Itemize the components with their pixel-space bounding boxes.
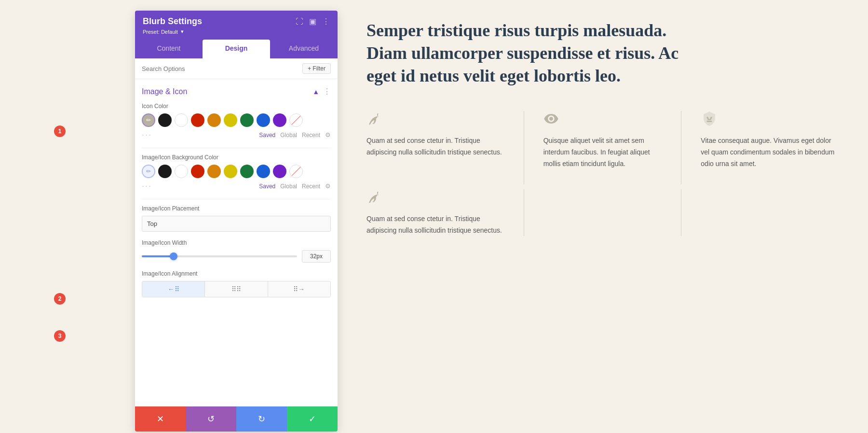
redo-button[interactable]: ↻ <box>236 406 287 432</box>
icon-color-bottom-row: ··· Saved Global Recent ⚙ <box>142 130 331 140</box>
width-slider-track[interactable] <box>142 255 297 257</box>
bg-color-swatch-none[interactable] <box>289 165 303 178</box>
bg-color-swatch-yellow[interactable] <box>224 165 237 178</box>
color-swatch-red[interactable] <box>191 113 204 127</box>
bg-color-labels: Saved Global Recent ⚙ <box>259 182 331 190</box>
bg-recent-label[interactable]: Recent <box>302 183 320 190</box>
content-area: Semper tristique risus turpis malesuada.… <box>338 0 868 255</box>
tab-design[interactable]: Design <box>203 40 270 58</box>
blurb-item-1: Quam at sed conse ctetur in. Tristique a… <box>366 111 524 184</box>
align-right-button[interactable]: ⠿→ <box>268 281 330 297</box>
placement-select[interactable]: Top Bottom Left Right <box>142 216 331 232</box>
search-bar: + Filter <box>135 58 338 79</box>
bg-color-swatch-green[interactable] <box>240 165 254 178</box>
blurb-4-icon <box>366 189 382 205</box>
width-slider-row: 32px <box>142 250 331 263</box>
color-swatch-yellow[interactable] <box>224 113 237 127</box>
align-right-icon: ⠿→ <box>293 285 305 293</box>
bg-more-swatches-dots[interactable]: ··· <box>142 181 152 191</box>
align-center-icon: ⠿⠿ <box>231 285 241 293</box>
color-labels: Saved Global Recent ⚙ <box>259 131 331 139</box>
settings-panel: Blurb Settings ⛶ ▣ ⋮ Preset: Default ▾ C… <box>135 11 338 432</box>
panel-footer: ✕ ↺ ↻ ✓ <box>135 406 338 432</box>
panel-view-icon[interactable]: ▣ <box>309 17 316 26</box>
separator-1 <box>142 148 331 148</box>
color-swatch-black[interactable] <box>158 113 172 127</box>
color-swatch-none[interactable] <box>289 113 303 127</box>
tab-content[interactable]: Content <box>135 40 203 58</box>
placement-label: Image/Icon Placement <box>142 205 331 212</box>
more-swatches-dots[interactable]: ··· <box>142 130 152 140</box>
color-swatch-blue[interactable] <box>257 113 270 127</box>
tab-advanced[interactable]: Advanced <box>270 40 338 58</box>
bg-global-label[interactable]: Global <box>280 183 297 190</box>
step-1-indicator: 1 <box>54 126 66 137</box>
separator-2 <box>142 199 331 199</box>
blurb-1-icon <box>366 111 382 126</box>
undo-button[interactable]: ↺ <box>186 406 236 432</box>
bg-color-swatches: ✏ <box>142 165 331 178</box>
bg-color-settings-icon[interactable]: ⚙ <box>325 182 331 190</box>
bg-color-swatch-purple[interactable] <box>273 165 286 178</box>
blurb-grid-row2: Quam at sed conse ctetur in. Tristique a… <box>366 189 839 237</box>
blurb-2-icon-wrap <box>543 111 662 128</box>
width-label: Image/Icon Width <box>142 239 331 246</box>
recent-label[interactable]: Recent <box>302 132 320 139</box>
bg-color-swatch-blue[interactable] <box>257 165 270 178</box>
save-button[interactable]: ✓ <box>287 406 338 432</box>
blurb-4-text: Quam at sed conse ctetur in. Tristique a… <box>366 213 504 237</box>
bg-color-swatch-white[interactable] <box>175 165 188 178</box>
blurb-grid-row1: Quam at sed conse ctetur in. Tristique a… <box>366 111 839 184</box>
bg-color-swatch-orange[interactable] <box>207 165 221 178</box>
bg-color-swatch-black[interactable] <box>158 165 172 178</box>
alignment-label: Image/Icon Alignment <box>142 270 331 277</box>
align-left-icon: ←⠿ <box>168 285 179 293</box>
icon-color-swatches: ✏ <box>142 113 331 127</box>
bg-color-bottom-row: ··· Saved Global Recent ⚙ <box>142 181 331 191</box>
redo-icon: ↻ <box>258 414 265 424</box>
blurb-item-6-empty <box>681 189 839 237</box>
main-heading: Semper tristique risus turpis malesuada.… <box>366 19 704 87</box>
blurb-1-text: Quam at sed conse ctetur in. Tristique a… <box>366 135 504 158</box>
section-controls: ▲ ⋮ <box>312 87 331 96</box>
align-center-button[interactable]: ⠿⠿ <box>205 281 268 297</box>
color-swatch-eyedropper[interactable]: ✏ <box>142 113 155 127</box>
panel-header-icons: ⛶ ▣ ⋮ <box>296 17 330 26</box>
icon-color-label: Icon Color <box>142 103 331 110</box>
more-icon[interactable]: ⋮ <box>322 17 330 26</box>
blurb-3-text: Vitae consequat augue. Vivamus eget dolo… <box>701 135 839 169</box>
cancel-button[interactable]: ✕ <box>135 406 186 432</box>
color-swatch-white[interactable] <box>175 113 188 127</box>
section-image-icon-header: Image & Icon ▲ ⋮ <box>142 87 331 96</box>
fullscreen-icon[interactable]: ⛶ <box>296 17 303 26</box>
blurb-item-2: Quisque aliquet velit sit amet sem inter… <box>524 111 682 184</box>
width-slider-thumb[interactable] <box>170 252 177 260</box>
filter-button[interactable]: + Filter <box>302 63 331 74</box>
color-swatch-green[interactable] <box>240 113 254 127</box>
blurb-3-icon-wrap <box>701 111 839 128</box>
bg-color-swatch-red[interactable] <box>191 165 204 178</box>
blurb-2-text: Quisque aliquet velit sit amet sem inter… <box>543 135 662 169</box>
blurb-item-3: Vitae consequat augue. Vivamus eget dolo… <box>681 111 839 184</box>
bg-color-swatch-eyedropper[interactable]: ✏ <box>142 165 155 178</box>
color-settings-icon[interactable]: ⚙ <box>325 131 331 139</box>
color-swatch-purple[interactable] <box>273 113 286 127</box>
width-value[interactable]: 32px <box>302 250 331 263</box>
section-collapse-icon[interactable]: ▲ <box>312 88 319 96</box>
panel-header: Blurb Settings ⛶ ▣ ⋮ Preset: Default ▾ <box>135 11 338 40</box>
alignment-row: ←⠿ ⠿⠿ ⠿→ <box>142 281 331 297</box>
section-menu-icon[interactable]: ⋮ <box>323 87 331 96</box>
bg-eyedropper-icon: ✏ <box>146 168 151 175</box>
step-3-indicator: 3 <box>54 330 66 342</box>
global-label[interactable]: Global <box>280 132 297 139</box>
save-icon: ✓ <box>309 414 316 424</box>
eyedropper-icon: ✏ <box>146 117 151 124</box>
align-left-button[interactable]: ←⠿ <box>142 281 205 297</box>
search-input[interactable] <box>142 65 302 72</box>
color-swatch-orange[interactable] <box>207 113 221 127</box>
bg-saved-label[interactable]: Saved <box>259 183 275 190</box>
section-title: Image & Icon <box>142 87 187 96</box>
cancel-icon: ✕ <box>157 414 164 424</box>
preset-selector[interactable]: Preset: Default ▾ <box>143 28 330 35</box>
saved-label[interactable]: Saved <box>259 132 275 139</box>
